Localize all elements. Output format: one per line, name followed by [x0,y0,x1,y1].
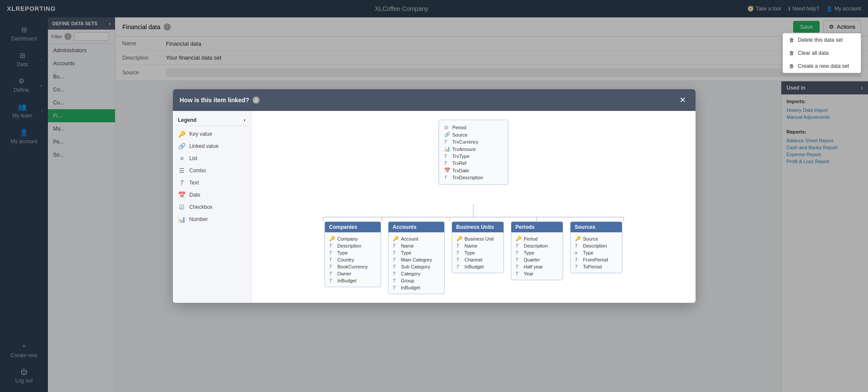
key-value-icon: 🔑 [178,131,186,137]
period-key-icon: 🔑 [516,236,522,241]
checkbox-icon: ☑ [178,204,186,211]
periods-header: Periods [511,222,563,232]
legend-collapse-icon[interactable]: ‹ [244,117,246,123]
clear-icon: 🗑 [789,50,794,56]
period-quarter-field: TQuarter [516,256,558,263]
tx-source-field: 🔗 Source [444,131,503,138]
list-icon: ≡ [178,155,186,162]
tx-period-field: ◎ Period [444,124,503,131]
bu-inbudget-icon: T [456,264,463,269]
period-type-field: TType [516,249,558,256]
source-key-field: 🔑Source [575,235,618,242]
legend-text: T Text [173,177,251,189]
source-link-icon: 🔗 [444,132,450,137]
period-year-icon: T [516,271,522,276]
company-type-icon: T [329,250,335,255]
currency-type-icon: T [444,139,450,144]
account-cat-icon: T [393,271,399,276]
company-key-icon: 🔑 [329,236,335,241]
sources-body: 🔑Source TDescription ≡Type TFromPeriod T… [571,232,622,273]
accounts-card: Accounts 🔑Account TName TType TMain Cate… [388,221,445,294]
source-key-icon: 🔑 [575,236,581,241]
source-to-period-icon: T [575,264,581,269]
legend-header: Legend ‹ [173,114,251,126]
tx-fields-box: ◎ Period 🔗 Source T TrxCurrency 📊 [439,120,508,185]
account-inbudget-field: TInBudget [393,284,440,291]
tx-amount-field: 📊 TrxAmount [444,145,503,153]
business-units-header: Business Units [452,222,503,232]
company-currency-field: TBookCurrency [329,263,376,270]
modal-close-button[interactable]: ✕ [677,94,689,106]
period-year-field: TYear [516,270,558,277]
periods-body: 🔑Period TDescription TType TQuarter THal… [511,232,563,280]
companies-body: 🔑Company TDescription TType TCountry TBo… [325,232,381,287]
number-icon: 📊 [178,216,186,223]
companies-header: Companies [325,222,381,232]
period-halfyear-field: THalf year [516,263,558,270]
accounts-body: 🔑Account TName TType TMain Category TSub… [388,232,444,294]
account-sub-cat-icon: T [393,264,399,269]
legend-combo: ☰ Combo [173,164,251,177]
company-type-field: TType [329,249,376,256]
modal-overlay: How is this item linked? i ✕ Legend ‹ 🔑 … [0,0,868,392]
account-main-cat-icon: T [393,257,399,262]
legend-panel: Legend ‹ 🔑 Key value 🔗 Linked value ≡ Li… [173,111,251,303]
period-halfyear-icon: T [516,264,522,269]
sources-card: Sources 🔑Source TDescription ≡Type TFrom… [570,221,622,273]
account-name-icon: T [393,243,399,248]
business-units-body: 🔑Business Unit TName TType TChannel TInB… [452,232,503,273]
account-group-icon: T [393,278,399,283]
period-type-icon: T [516,250,522,255]
bu-channel-field: TChannel [456,256,499,263]
diagram-area: ◎ Period 🔗 Source T TrxCurrency 📊 [251,111,696,303]
sources-header: Sources [571,222,622,232]
modal-info-icon[interactable]: i [253,97,260,104]
entity-cards-row: Companies 🔑Company TDescription TType TC… [260,221,687,294]
clear-all-data-item[interactable]: 🗑 Clear all data [783,47,861,60]
text-icon: T [178,179,186,186]
company-field: 🔑Company [329,235,376,242]
bu-name-icon: T [456,243,463,248]
type-icon: T [444,154,450,159]
amount-bar-icon: 📊 [444,146,450,152]
tx-desc-field: T TrxDescription [444,174,503,181]
delete-dataset-item[interactable]: 🗑 Delete this data set [783,34,861,47]
linked-value-icon: 🔗 [178,143,186,150]
legend-number: 📊 Number [173,213,251,225]
accounts-header: Accounts [388,222,444,232]
date-icon: 📅 [178,191,186,198]
connector-svg-container [260,204,687,221]
tx-currency-field: T TrxCurrency [444,138,503,145]
account-name-field: TName [393,242,440,249]
bu-key-icon: 🔑 [456,236,463,241]
company-owner-field: TOwner [329,270,376,277]
account-cat-field: TCategory [393,270,440,277]
bu-inbudget-field: TInBudget [456,263,499,270]
source-to-period-field: TToPeriod [575,263,618,270]
tx-fields-container: ◎ Period 🔗 Source T TrxCurrency 📊 [260,120,687,194]
modal-header: How is this item linked? i ✕ [173,89,696,111]
source-from-period-icon: T [575,257,581,262]
legend-linked-value: 🔗 Linked value [173,140,251,152]
create-new-dataset-item[interactable]: 🗑 Create a new data set [783,60,861,73]
period-field: 🔑Period [516,235,558,242]
tx-type-field: T TrxType [444,153,503,160]
create-new-icon: 🗑 [789,63,794,69]
date-cal-icon: 📅 [444,168,450,173]
legend-list: ≡ List [173,152,251,164]
source-type-field: ≡Type [575,249,618,256]
bu-field: 🔑Business Unit [456,235,499,242]
periods-card: Periods 🔑Period TDescription TType TQuar… [511,221,563,280]
company-inbudget-field: TInBudget [329,277,376,284]
bu-type-field: TType [456,249,499,256]
company-desc-field: TDescription [329,242,376,249]
source-desc-icon: T [575,243,581,248]
account-inbudget-icon: T [393,285,399,290]
company-currency-icon: T [329,264,335,269]
ref-icon: T [444,161,450,166]
account-field: 🔑Account [393,235,440,242]
account-group-field: TGroup [393,277,440,284]
company-owner-icon: T [329,271,335,276]
tx-date-field: 📅 TrxDate [444,167,503,174]
actions-dropdown: 🗑 Delete this data set 🗑 Clear all data … [783,33,861,73]
